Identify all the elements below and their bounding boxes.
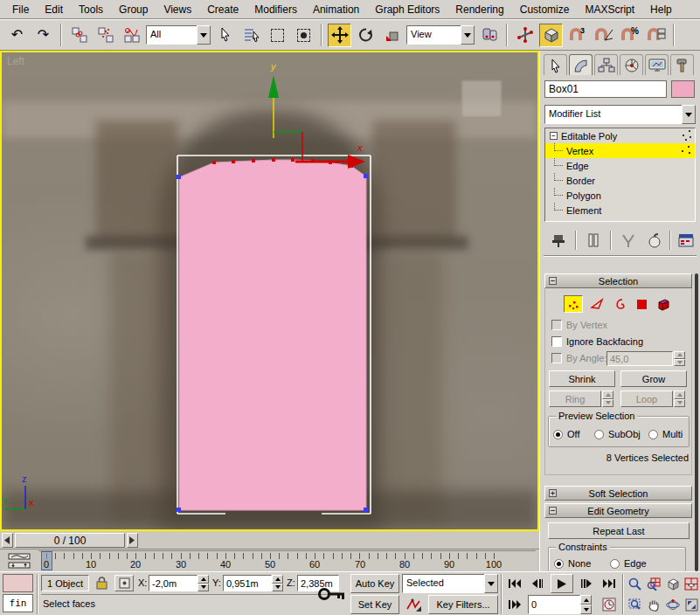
make-unique-button[interactable] [617, 231, 640, 250]
tab-create[interactable] [544, 54, 567, 75]
menu-customize[interactable]: Customize [513, 1, 577, 18]
select-object-button[interactable] [213, 24, 237, 47]
go-to-start-button[interactable] [505, 574, 524, 593]
selection-filter-combo[interactable]: All [146, 25, 211, 45]
element-subobject-button[interactable] [654, 295, 673, 313]
use-pivot-point-center-button[interactable] [477, 24, 501, 47]
y-coord-field[interactable]: 0,951m [223, 575, 272, 591]
polygon-subobject-button[interactable] [632, 295, 651, 313]
select-and-link-button[interactable] [67, 24, 91, 47]
menu-group[interactable]: Group [112, 1, 155, 18]
keyboard-shortcut-override-toggle[interactable] [316, 584, 348, 605]
menu-help[interactable]: Help [643, 1, 679, 18]
ring-button[interactable]: Ring [549, 390, 601, 407]
previous-frame-button[interactable] [528, 574, 547, 593]
viewport-left[interactable]: y x z y x Left [0, 51, 539, 531]
orbit-button[interactable] [664, 595, 682, 614]
reference-coordsys-combo[interactable]: View [406, 25, 475, 45]
tab-modify[interactable] [569, 54, 593, 75]
next-frame-button[interactable] [577, 574, 596, 593]
ignore-backfacing-checkbox[interactable] [551, 336, 562, 347]
menu-views[interactable]: Views [156, 1, 198, 18]
select-and-move-button[interactable] [328, 24, 351, 47]
auto-key-button[interactable]: Auto Key [350, 574, 399, 593]
constraints-edge-radio[interactable] [610, 559, 620, 569]
redo-button[interactable]: ↷ [31, 24, 55, 47]
soft-selection-rollout-header[interactable]: + Soft Selection [544, 486, 692, 501]
reference-coordsys-dropdown-button[interactable] [461, 25, 475, 45]
modifier-list-combo[interactable]: Modifier List [544, 105, 696, 124]
vertex-subobject-button[interactable] [564, 295, 583, 313]
open-mini-curve-editor-button[interactable] [3, 551, 35, 570]
transform-gizmo[interactable]: y x [268, 61, 365, 169]
by-angle-field[interactable]: 45,0 [606, 351, 673, 366]
time-configuration-button[interactable] [600, 595, 619, 614]
loop-spinner[interactable] [674, 390, 685, 407]
current-frame-spinner[interactable] [580, 595, 592, 614]
zoom-extents-all-button[interactable] [683, 574, 699, 593]
stack-row-edge[interactable]: Edge [545, 158, 695, 173]
zoom-extents-button[interactable] [664, 574, 682, 593]
go-to-end-button[interactable] [600, 574, 619, 593]
maximize-viewport-toggle-button[interactable] [683, 595, 699, 614]
collapse-minus-icon[interactable]: − [550, 132, 558, 140]
unlink-selection-button[interactable] [94, 24, 117, 47]
set-key-button[interactable]: Set Key [350, 595, 399, 614]
undo-button[interactable]: ↶ [5, 24, 29, 47]
show-end-result-button[interactable] [582, 231, 605, 250]
object-color-swatch[interactable] [671, 80, 695, 98]
tab-display[interactable] [645, 54, 669, 75]
pin-stack-button[interactable] [547, 231, 570, 250]
edit-geometry-rollout-header[interactable]: − Edit Geometry [544, 503, 692, 518]
editable-poly-object[interactable] [179, 160, 366, 510]
current-frame-field[interactable]: 0 [528, 595, 580, 614]
selection-filter-dropdown-button[interactable] [197, 25, 211, 45]
modifier-list-dropdown-button[interactable] [682, 105, 696, 124]
tab-utilities[interactable] [670, 54, 694, 75]
stack-row-element[interactable]: Element [545, 203, 695, 218]
mini-listener-script-line[interactable]: fin [3, 594, 33, 612]
time-slider-next-button[interactable] [127, 533, 138, 548]
repeat-last-button[interactable]: Repeat Last [548, 522, 690, 539]
rectangular-selection-region-button[interactable] [266, 24, 289, 47]
stack-row-vertex[interactable]: Vertex [545, 143, 695, 158]
time-slider-prev-button[interactable] [2, 533, 13, 548]
menu-maxscript[interactable]: MAXScript [578, 1, 641, 18]
key-mode-toggle-button[interactable] [505, 595, 524, 614]
bind-to-spacewarp-button[interactable] [120, 24, 143, 47]
key-filters-button[interactable]: Key Filters... [428, 595, 498, 614]
spinner-snap-button[interactable] [644, 24, 668, 47]
stack-row-border[interactable]: Border [545, 173, 695, 188]
stack-row-editable-poly[interactable]: − Editable Poly [545, 128, 695, 143]
pan-button[interactable] [645, 595, 662, 614]
by-angle-spinner[interactable] [674, 351, 685, 366]
grow-button[interactable]: Grow [620, 370, 687, 387]
preview-multi-radio[interactable] [648, 430, 658, 439]
selection-rollout-header[interactable]: − Selection [544, 273, 692, 288]
border-subobject-button[interactable] [610, 295, 629, 313]
menu-graph-editors[interactable]: Graph Editors [368, 1, 447, 18]
menu-create[interactable]: Create [200, 1, 246, 18]
shrink-button[interactable]: Shrink [549, 370, 615, 387]
menu-animation[interactable]: Animation [306, 1, 366, 18]
absolute-offset-mode-toggle[interactable] [114, 575, 134, 591]
menu-edit[interactable]: Edit [38, 1, 70, 18]
menu-file[interactable]: File [5, 1, 36, 18]
zoom-all-button[interactable] [645, 574, 662, 593]
gizmo-y-arrowhead[interactable] [268, 75, 279, 98]
window-crossing-button[interactable] [292, 24, 315, 47]
tab-hierarchy[interactable] [594, 54, 618, 75]
constraints-none-radio[interactable] [554, 559, 564, 569]
select-and-manipulate-button[interactable] [513, 24, 537, 47]
menu-modifiers[interactable]: Modifiers [247, 1, 304, 18]
zoom-button[interactable] [626, 574, 643, 593]
remove-modifier-button[interactable] [643, 231, 666, 250]
region-zoom-button[interactable] [626, 595, 643, 614]
key-mode-dropdown-button[interactable] [484, 574, 498, 593]
key-mode-combo[interactable]: Selected [402, 574, 498, 593]
select-by-name-button[interactable] [239, 24, 263, 47]
x-coord-field[interactable]: -2,0m [149, 575, 198, 591]
track-bar-ruler[interactable]: 0 10 20 30 40 50 60 70 80 90 100 [38, 550, 536, 570]
mini-listener-macro-line[interactable] [3, 574, 33, 592]
select-and-rotate-button[interactable] [354, 24, 378, 47]
